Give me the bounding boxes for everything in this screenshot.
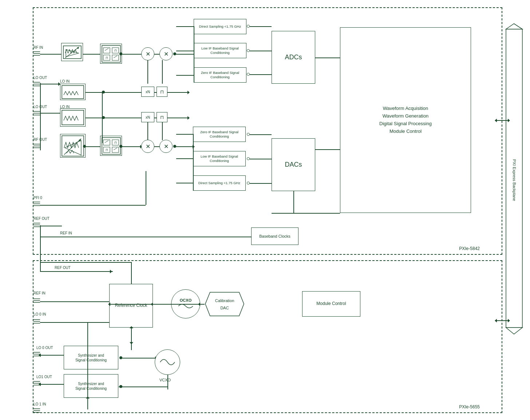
ref-clock-up-line [131, 262, 132, 284]
line-to-adc-2 [250, 51, 272, 51]
vcxo-to-synth2 [119, 387, 167, 387]
direct-sampling-top: Direct Sampling <1.75 GHz [194, 19, 246, 34]
rf-in-to-connectors [83, 54, 101, 55]
pxi-arrow-upper [497, 120, 508, 121]
dot-rf-out [83, 145, 86, 148]
lo0-in-arrow [40, 322, 109, 323]
line-to-adc-1 [250, 26, 272, 27]
lo2-vert [102, 118, 103, 143]
reference-clock-box: Reference Clock [109, 284, 153, 328]
xn1-to-mixer1 [147, 60, 148, 84]
low-if-top: Low IF Baseband Signal Conditioning [194, 43, 246, 58]
sc-to-box-top-3 [176, 75, 194, 76]
svg-rect-31 [62, 136, 84, 156]
dacs-horiz-line [272, 213, 340, 214]
multiplier-2: xN [141, 112, 154, 122]
top-sc-dist-v [194, 26, 194, 83]
lo-attenuator-2 [60, 108, 86, 127]
svg-text:Calibration: Calibration [215, 298, 234, 303]
pxi-backplane-shape: PXI Express Backplane [504, 22, 524, 338]
lo0-out-arrow [41, 355, 44, 356]
ref-out-bot-label: REF OUT [55, 266, 71, 270]
zero-if-top: Zero IF Baseband Signal Conditioning [194, 67, 246, 83]
sc-to-box-bot-1 [176, 134, 193, 135]
mixer-line-bot [154, 146, 160, 147]
connectors-group-top: ⊓ ⊓ [100, 44, 122, 64]
pfi0-label: PFI 0 [33, 196, 42, 200]
dacs-box: DACs [272, 138, 315, 191]
filter-2: ⊓ [157, 112, 167, 122]
rf-in-connector [33, 50, 41, 59]
lo0-in-label: LO 0 IN [33, 312, 46, 316]
lo-out-mid-arrow [40, 113, 60, 114]
pxie5655-label: PXIe-5655 [459, 404, 480, 409]
vcxo-circle [155, 349, 180, 375]
lo-2-arrow [86, 118, 187, 118]
rf-in-label: RF IN [33, 45, 43, 49]
ref-in-bot-label: REF IN [33, 291, 46, 295]
calibration-dac-svg: Calibration DAC [205, 290, 245, 318]
sc-circle-2 [247, 49, 250, 52]
dot-top-2 [173, 52, 176, 55]
pfi0-connector [33, 201, 41, 208]
filter-1: ⊓ [157, 87, 167, 97]
lo1-in-up-arrow [87, 399, 88, 409]
diagram-container: PXIe-5842 PXIe-5655 PXI Express Backplan… [4, 4, 524, 415]
line-to-dac-2 [250, 159, 272, 159]
pxie5842-label: PXIe-5842 [459, 246, 480, 251]
fpga-line2: Waveform Generation [383, 112, 429, 120]
svg-rect-27 [62, 110, 84, 125]
ref-out-vert [40, 225, 41, 271]
lo0-out-label: LO 0 OUT [36, 346, 53, 350]
synth-sc-1: Synthesizer andSignal Conditioning [64, 346, 118, 369]
calibration-dac-container: Calibration DAC [205, 290, 245, 318]
ref-out-bot-arrow [109, 271, 110, 272]
line-to-dac-3 [250, 183, 272, 184]
ref-out-top-label: REF OUT [33, 217, 50, 221]
adcs-box: ADCs [272, 31, 315, 84]
ref-in-bot-arrow [40, 301, 109, 302]
svg-marker-2 [506, 328, 522, 334]
fpga-line3: Digital Signal Processing [379, 120, 432, 128]
pfi0-line [40, 205, 146, 206]
lo1-out-arrow [41, 384, 44, 385]
svg-marker-56 [205, 292, 244, 316]
xn2-to-mixer3 [147, 122, 148, 140]
fpga-line4: Module Control [389, 128, 422, 135]
to-mixer-top [122, 54, 142, 55]
low-if-bot: Low IF Baseband Signal Conditioning [193, 151, 246, 166]
vcxo-down-line [167, 375, 168, 389]
vcxo-to-refclock [131, 328, 132, 350]
dot-bot-2 [173, 145, 176, 148]
zero-if-bot: Zero IF Baseband Signal Conditioning [193, 127, 246, 142]
sc-circle-3 [247, 73, 250, 76]
ref-in-top-label: REF IN [60, 231, 72, 235]
multiplier-1: xN [141, 87, 154, 97]
lo1-vert [102, 92, 103, 118]
svg-rect-12 [103, 48, 110, 53]
cal-dac-arrow [153, 304, 205, 305]
lo1-in-label: LO 1 IN [33, 402, 46, 406]
ocxo-label: OCXO [180, 298, 191, 302]
fpga-box: Waveform Acquisition Waveform Generation… [340, 27, 471, 213]
pfi0-vert-line [146, 171, 146, 205]
filter2-to-mixer4 [162, 122, 163, 140]
lo-out-top-label: LO OUT [33, 76, 47, 80]
ref-out-bot-h [40, 271, 109, 272]
sc-to-box-bot-3 [176, 183, 193, 183]
bot-sc-dist-v [193, 134, 194, 190]
rf-out-to-conn [86, 146, 100, 147]
fpga-to-dacs [315, 149, 340, 150]
sc-circle-6 [247, 182, 250, 185]
synth-connect-vert [87, 355, 88, 398]
ref-clock-up-horiz [40, 262, 131, 263]
module-control-box: Module Control [302, 291, 360, 317]
pxi-arrow-lower [497, 320, 508, 321]
svg-rect-42 [112, 147, 119, 152]
lo0-out-horiz [44, 355, 64, 356]
lo-in-1-label: LO IN [60, 79, 70, 83]
lo1-out-horiz [44, 384, 64, 385]
lo-out-top-arrow [40, 84, 58, 84]
mixer-line-top [154, 54, 160, 55]
to-sc-boxes-bot [176, 146, 193, 147]
